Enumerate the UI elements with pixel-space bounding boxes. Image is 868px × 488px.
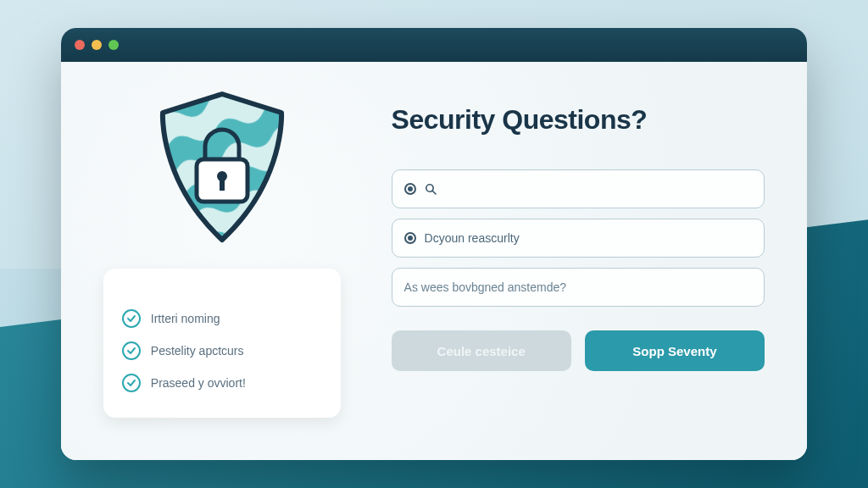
check-icon: [122, 309, 141, 328]
app-window: Irtteri noming Pestelity apctcurs Prasee…: [61, 28, 807, 460]
window-content: Irtteri noming Pestelity apctcurs Prasee…: [61, 62, 807, 460]
right-panel: Security Questions? Dcyoun reascurlty As…: [375, 62, 807, 460]
shield-lock-icon: [146, 87, 298, 248]
svg-line-5: [432, 191, 436, 194]
svg-rect-3: [220, 179, 225, 191]
cancel-button[interactable]: Ceule cesteice: [392, 330, 571, 371]
radio-icon: [404, 232, 416, 244]
security-option-1[interactable]: [392, 169, 765, 208]
page-title: Security Questions?: [392, 104, 765, 136]
close-icon[interactable]: [75, 40, 85, 50]
radio-icon: [404, 183, 416, 195]
option-label: Dcyoun reascurlty: [425, 231, 520, 245]
search-icon: [425, 183, 437, 195]
security-answer-input[interactable]: As wees bovbgned anstemde?: [392, 268, 765, 307]
minimize-icon[interactable]: [92, 40, 102, 50]
checklist-item-label: Pestelity apctcurs: [151, 344, 244, 358]
checklist-item-label: Irtteri noming: [151, 312, 220, 325]
window-titlebar: [61, 28, 807, 62]
left-panel: Irtteri noming Pestelity apctcurs Prasee…: [61, 62, 375, 460]
checklist-item: Irtteri noming: [122, 302, 322, 335]
checklist-item-label: Praseed y ovviort!: [151, 376, 246, 390]
submit-button[interactable]: Sopp Seventy: [585, 330, 765, 371]
checklist-item: Praseed y ovviort!: [122, 367, 322, 399]
checklist-item: Pestelity apctcurs: [122, 335, 322, 367]
check-icon: [122, 341, 141, 360]
input-placeholder: As wees bovbgned anstemde?: [404, 280, 566, 294]
checklist-card: Irtteri noming Pestelity apctcurs Prasee…: [103, 269, 341, 418]
button-row: Ceule cesteice Sopp Seventy: [392, 330, 765, 371]
maximize-icon[interactable]: [108, 40, 119, 50]
check-icon: [122, 374, 141, 392]
security-option-2[interactable]: Dcyoun reascurlty: [392, 219, 765, 258]
